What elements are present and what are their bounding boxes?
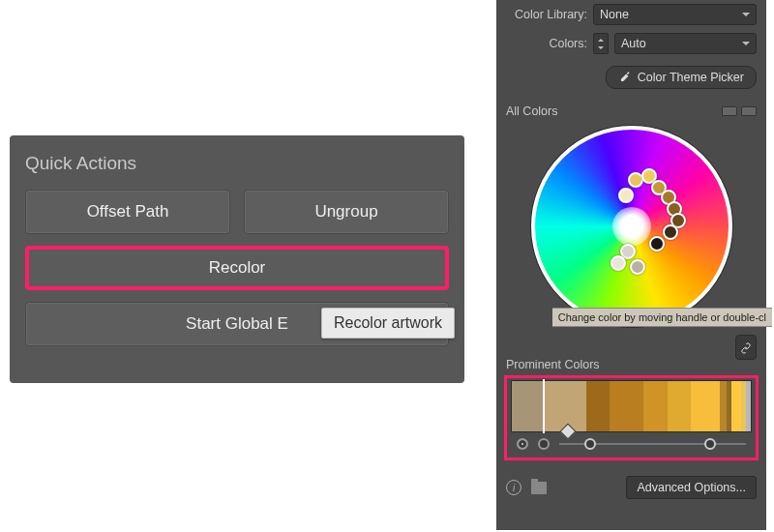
- color-segment[interactable]: [512, 381, 543, 431]
- colors-select[interactable]: Auto: [614, 33, 757, 54]
- chevron-down-icon: [742, 42, 750, 49]
- color-segment[interactable]: [720, 381, 727, 431]
- color-handle[interactable]: [618, 188, 634, 203]
- colors-stepper[interactable]: [593, 33, 609, 54]
- slider-knob-left[interactable]: [584, 438, 596, 450]
- color-handle[interactable]: [663, 224, 678, 240]
- color-library-row: Color Library: None: [496, 0, 766, 29]
- colors-label: Colors:: [506, 37, 587, 50]
- prominent-colors-box: [504, 375, 759, 460]
- segmented-wheel-icon: [741, 106, 757, 116]
- color-wheel[interactable]: [531, 126, 732, 327]
- color-segment[interactable]: [746, 381, 751, 431]
- quick-actions-row-2: Recolor: [25, 246, 449, 290]
- color-library-select[interactable]: None: [593, 4, 757, 25]
- color-handle[interactable]: [610, 255, 626, 271]
- panel-footer: i Advanced Options...: [496, 466, 766, 499]
- smooth-wheel-icon: [722, 106, 737, 116]
- all-colors-header: All Colors: [496, 97, 766, 122]
- link-harmony-button[interactable]: [735, 335, 757, 360]
- ungroup-button[interactable]: Ungroup: [244, 190, 449, 234]
- slider-mode-radio-1[interactable]: [517, 438, 528, 450]
- color-library-value: None: [600, 8, 629, 21]
- color-handle[interactable]: [649, 236, 665, 251]
- wheel-hint: Change color by moving handle or double-…: [552, 308, 772, 327]
- slider-knob-right[interactable]: [704, 438, 716, 450]
- prominent-slider[interactable]: [559, 443, 746, 445]
- link-icon: [740, 340, 752, 354]
- prominent-colors-strip[interactable]: [511, 380, 752, 432]
- prominent-colors-header: Prominent Colors: [496, 344, 766, 375]
- stepper-down-icon: [598, 46, 604, 52]
- recolor-button[interactable]: Recolor: [25, 246, 449, 290]
- quick-actions-row-3: Start Global E Recolor artwork: [25, 302, 449, 346]
- quick-actions-panel: Quick Actions Offset Path Ungroup Recolo…: [10, 135, 464, 383]
- color-handle[interactable]: [630, 259, 645, 275]
- recolor-panel: Color Library: None Colors: Auto Color T…: [496, 0, 766, 530]
- theme-picker-row: Color Theme Picker: [496, 58, 766, 97]
- strip-marker[interactable]: [543, 379, 545, 433]
- eyedropper-icon: [618, 71, 632, 84]
- color-segment[interactable]: [668, 381, 692, 431]
- color-segment[interactable]: [586, 381, 610, 431]
- color-library-label: Color Library:: [506, 8, 587, 21]
- prominent-slider-row: [511, 432, 752, 452]
- color-segment[interactable]: [643, 381, 668, 431]
- info-icon[interactable]: i: [506, 480, 521, 495]
- color-segment[interactable]: [543, 381, 585, 431]
- recolor-tooltip: Recolor artwork: [321, 308, 455, 339]
- colors-row: Colors: Auto: [496, 29, 766, 58]
- quick-actions-row-1: Offset Path Ungroup: [25, 190, 449, 234]
- all-colors-label: All Colors: [506, 104, 558, 118]
- color-theme-picker-label: Color Theme Picker: [638, 71, 744, 84]
- color-segment[interactable]: [731, 381, 741, 431]
- color-wheel-area: Change color by moving handle or double-…: [496, 122, 766, 344]
- slider-mode-radio-2[interactable]: [538, 438, 550, 450]
- color-segment[interactable]: [691, 381, 720, 431]
- color-segment[interactable]: [610, 381, 643, 431]
- offset-path-button[interactable]: Offset Path: [25, 190, 230, 234]
- color-theme-picker-button[interactable]: Color Theme Picker: [606, 66, 757, 89]
- wheel-view-toggle[interactable]: [722, 106, 757, 116]
- advanced-options-button[interactable]: Advanced Options...: [626, 476, 757, 499]
- chevron-down-icon: [742, 13, 750, 20]
- folder-icon[interactable]: [531, 482, 547, 494]
- stepper-up-icon: [598, 36, 604, 42]
- colors-value: Auto: [621, 37, 646, 50]
- color-handle-cluster[interactable]: [618, 166, 725, 273]
- prominent-colors-label: Prominent Colors: [506, 358, 600, 371]
- quick-actions-title: Quick Actions: [25, 153, 449, 174]
